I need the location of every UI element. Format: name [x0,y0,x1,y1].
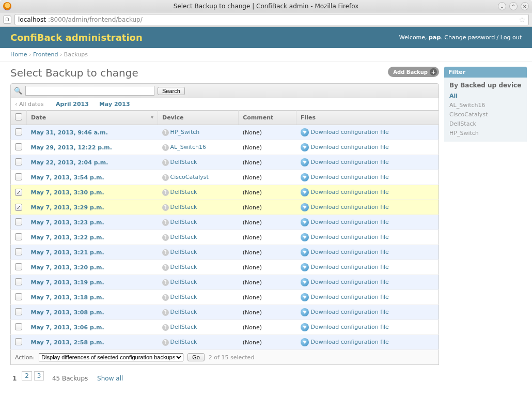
date-hier-item[interactable]: April 2013 [56,101,89,108]
breadcrumb-home[interactable]: Home [10,51,27,58]
date-link[interactable]: May 7, 2013, 3:06 p.m. [31,324,104,331]
download-link[interactable]: Download configuration file [311,174,389,180]
row-checkbox[interactable] [15,263,22,270]
help-icon[interactable]: ? [162,324,169,331]
device-link[interactable]: DellStack [170,264,197,270]
help-icon[interactable]: ? [162,129,169,136]
date-link[interactable]: May 22, 2013, 2:04 p.m. [31,159,108,166]
device-link[interactable]: DellStack [170,309,197,315]
download-link[interactable]: Download configuration file [311,324,389,330]
download-link[interactable]: Download configuration file [311,309,389,315]
date-link[interactable]: May 29, 2013, 12:22 p.m. [31,144,113,151]
col-date[interactable]: Date▾ [27,111,158,125]
download-link[interactable]: Download configuration file [311,204,389,210]
col-device[interactable]: Device [158,111,239,125]
row-checkbox[interactable] [15,278,22,285]
download-link[interactable]: Download configuration file [311,294,389,300]
breadcrumb-app[interactable]: Frontend [33,51,58,58]
device-link[interactable]: DellStack [170,189,197,195]
row-checkbox[interactable] [15,338,22,345]
device-link[interactable]: HP_Switch [170,129,200,135]
date-link[interactable]: May 7, 2013, 3:08 p.m. [31,309,104,316]
row-checkbox[interactable] [15,158,22,165]
row-checkbox[interactable] [15,143,22,150]
download-link[interactable]: Download configuration file [311,339,389,345]
select-all-checkbox[interactable] [15,113,22,120]
date-link[interactable]: May 7, 2013, 3:22 p.m. [31,234,104,241]
date-link[interactable]: May 7, 2013, 3:21 p.m. [31,249,104,256]
device-link[interactable]: DellStack [170,324,197,330]
row-checkbox[interactable] [15,128,22,135]
row-checkbox[interactable] [15,233,22,240]
download-link[interactable]: Download configuration file [311,279,389,285]
device-link[interactable]: CiscoCatalyst [170,174,209,180]
date-link[interactable]: May 7, 2013, 3:30 p.m. [31,189,104,196]
go-button[interactable]: Go [187,353,205,361]
download-link[interactable]: Download configuration file [311,219,389,225]
logout-link[interactable]: Log out [500,34,522,41]
page-link[interactable]: 2 [22,371,32,380]
row-checkbox[interactable] [15,173,22,180]
row-checkbox[interactable] [15,293,22,300]
col-comment[interactable]: Comment [239,111,296,125]
row-checkbox[interactable]: ✓ [15,204,22,211]
help-icon[interactable]: ? [162,339,169,346]
row-checkbox[interactable] [15,218,22,225]
date-link[interactable]: May 7, 2013, 3:20 p.m. [31,264,104,271]
date-link[interactable]: May 7, 2013, 3:29 p.m. [31,204,104,211]
search-input[interactable] [25,86,154,96]
help-icon[interactable]: ? [162,144,169,151]
date-link[interactable]: May 7, 2013, 2:58 p.m. [31,339,104,346]
page-link[interactable]: 3 [34,371,44,380]
change-password-link[interactable]: Change password [444,34,495,41]
date-link[interactable]: May 7, 2013, 3:19 p.m. [31,279,104,286]
search-button[interactable]: Search [158,87,185,95]
download-link[interactable]: Download configuration file [311,249,389,255]
date-hier-item[interactable]: May 2013 [99,101,130,108]
download-link[interactable]: Download configuration file [311,189,389,195]
filter-item[interactable]: All [449,93,458,99]
row-checkbox[interactable] [15,308,22,315]
device-link[interactable]: DellStack [170,159,197,165]
help-icon[interactable]: ? [162,264,169,271]
maximize-button[interactable]: ⌃ [509,2,518,10]
url-input[interactable]: localhost:8000/admin/frontend/backup/ ☆ [14,14,529,25]
filter-item[interactable]: AL_Switch16 [449,102,486,109]
download-link[interactable]: Download configuration file [311,129,389,135]
device-link[interactable]: DellStack [170,249,197,255]
help-icon[interactable]: ? [162,219,169,226]
add-backup-button[interactable]: Add Backup + [388,67,439,77]
device-link[interactable]: DellStack [170,279,197,285]
close-window-button[interactable]: × [521,2,529,10]
site-branding[interactable]: ConfiBack administration [10,32,143,43]
help-icon[interactable]: ? [162,174,169,181]
show-all-link[interactable]: Show all [97,375,123,382]
date-link[interactable]: May 31, 2013, 9:46 a.m. [31,129,108,136]
device-link[interactable]: AL_Switch16 [170,144,207,150]
date-link[interactable]: May 7, 2013, 3:18 p.m. [31,294,104,301]
filter-item[interactable]: DellStack [449,120,476,127]
help-icon[interactable]: ? [162,189,169,196]
help-icon[interactable]: ? [162,279,169,286]
device-link[interactable]: DellStack [170,234,197,240]
help-icon[interactable]: ? [162,204,169,211]
filter-item[interactable]: HP_Switch [449,130,479,136]
help-icon[interactable]: ? [162,309,169,316]
device-link[interactable]: DellStack [170,294,197,300]
download-link[interactable]: Download configuration file [311,159,389,165]
date-link[interactable]: May 7, 2013, 3:23 p.m. [31,219,104,226]
help-icon[interactable]: ? [162,294,169,301]
row-checkbox[interactable] [15,323,22,330]
action-select[interactable]: Display differences of selected configur… [39,353,183,361]
device-link[interactable]: DellStack [170,219,197,225]
bookmark-star-icon[interactable]: ☆ [519,16,525,24]
minimize-button[interactable]: ⌄ [498,2,506,10]
col-files[interactable]: Files [296,111,439,125]
download-link[interactable]: Download configuration file [311,264,389,270]
filter-item[interactable]: CiscoCatalyst [449,111,488,118]
date-link[interactable]: May 7, 2013, 3:54 p.m. [31,174,104,181]
device-link[interactable]: DellStack [170,204,197,210]
device-link[interactable]: DellStack [170,339,197,345]
download-link[interactable]: Download configuration file [311,234,389,240]
row-checkbox[interactable] [15,248,22,255]
